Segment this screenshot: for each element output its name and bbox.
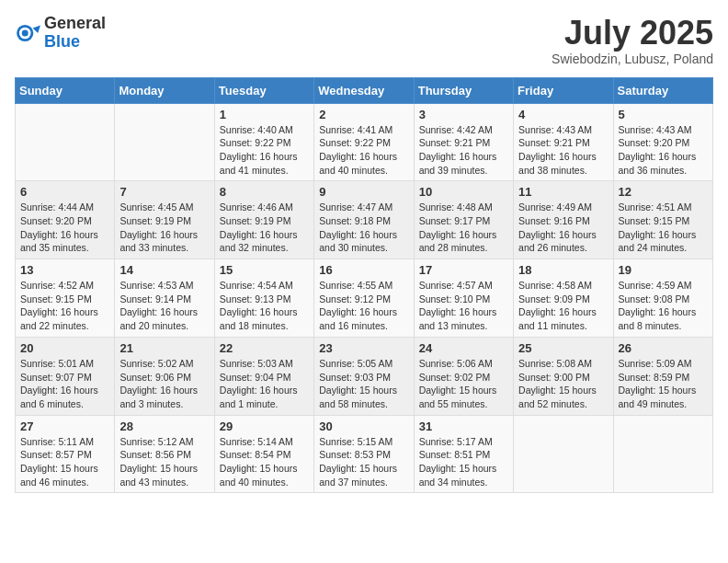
day-number: 31 [419,419,508,433]
day-info: Sunrise: 4:48 AM Sunset: 9:17 PM Dayligh… [419,201,508,255]
day-number: 4 [518,108,608,121]
calendar-cell: 1Sunrise: 4:40 AM Sunset: 9:22 PM Daylig… [214,103,313,181]
day-info: Sunrise: 4:52 AM Sunset: 9:15 PM Dayligh… [20,279,109,333]
day-info: Sunrise: 4:59 AM Sunset: 9:08 PM Dayligh… [619,279,708,333]
logo-general-text: General [44,15,106,33]
day-info: Sunrise: 4:51 AM Sunset: 9:15 PM Dayligh… [619,201,708,255]
day-number: 28 [119,419,209,433]
day-number: 24 [419,341,508,355]
calendar-cell: 8Sunrise: 4:46 AM Sunset: 9:19 PM Daylig… [214,181,313,259]
day-number: 16 [319,263,408,277]
day-info: Sunrise: 4:55 AM Sunset: 9:12 PM Dayligh… [319,279,408,333]
day-number: 27 [20,419,109,433]
day-number: 18 [518,263,608,277]
weekday-header-wednesday: Wednesday [314,77,414,103]
day-number: 30 [319,419,408,433]
calendar-cell: 4Sunrise: 4:43 AM Sunset: 9:21 PM Daylig… [514,103,613,181]
day-number: 12 [619,185,708,199]
day-info: Sunrise: 4:40 AM Sunset: 9:22 PM Dayligh… [220,123,309,178]
calendar-cell: 6Sunrise: 4:44 AM Sunset: 9:20 PM Daylig… [16,181,115,259]
day-info: Sunrise: 4:54 AM Sunset: 9:13 PM Dayligh… [220,279,309,333]
weekday-header-friday: Friday [514,77,613,103]
day-number: 1 [220,108,309,121]
day-info: Sunrise: 4:45 AM Sunset: 9:19 PM Dayligh… [119,201,209,255]
calendar-cell: 24Sunrise: 5:06 AM Sunset: 9:02 PM Dayli… [414,337,513,415]
day-number: 5 [619,108,708,121]
day-number: 15 [220,263,309,277]
day-number: 2 [319,108,408,121]
day-info: Sunrise: 4:43 AM Sunset: 9:21 PM Dayligh… [518,123,608,178]
day-info: Sunrise: 5:03 AM Sunset: 9:04 PM Dayligh… [220,357,309,411]
logo-blue-text: Blue [44,33,106,52]
day-number: 19 [619,263,708,277]
day-info: Sunrise: 4:53 AM Sunset: 9:14 PM Dayligh… [119,279,209,333]
weekday-header-row: SundayMondayTuesdayWednesdayThursdayFrid… [16,77,713,103]
calendar-cell: 30Sunrise: 5:15 AM Sunset: 8:53 PM Dayli… [314,415,414,493]
calendar-cell: 11Sunrise: 4:49 AM Sunset: 9:16 PM Dayli… [514,181,613,259]
calendar-cell: 10Sunrise: 4:48 AM Sunset: 9:17 PM Dayli… [414,181,513,259]
calendar-week-5: 27Sunrise: 5:11 AM Sunset: 8:57 PM Dayli… [16,415,713,493]
weekday-header-saturday: Saturday [613,77,712,103]
svg-point-2 [22,29,28,36]
day-number: 11 [518,185,608,199]
day-info: Sunrise: 4:44 AM Sunset: 9:20 PM Dayligh… [20,201,109,255]
day-number: 7 [119,185,209,199]
day-number: 17 [419,263,508,277]
calendar-cell: 27Sunrise: 5:11 AM Sunset: 8:57 PM Dayli… [16,415,115,493]
calendar-week-2: 6Sunrise: 4:44 AM Sunset: 9:20 PM Daylig… [16,181,713,259]
calendar-cell: 2Sunrise: 4:41 AM Sunset: 9:22 PM Daylig… [314,103,414,181]
calendar-cell [16,103,115,181]
day-info: Sunrise: 4:46 AM Sunset: 9:19 PM Dayligh… [220,201,309,255]
calendar-cell [514,415,613,493]
logo-icon [15,20,40,46]
calendar-cell: 29Sunrise: 5:14 AM Sunset: 8:54 PM Dayli… [214,415,313,493]
calendar-cell: 13Sunrise: 4:52 AM Sunset: 9:15 PM Dayli… [16,259,115,338]
day-info: Sunrise: 4:42 AM Sunset: 9:21 PM Dayligh… [419,123,508,178]
calendar-cell: 5Sunrise: 4:43 AM Sunset: 9:20 PM Daylig… [613,103,712,181]
day-info: Sunrise: 4:57 AM Sunset: 9:10 PM Dayligh… [419,279,508,333]
calendar-cell: 16Sunrise: 4:55 AM Sunset: 9:12 PM Dayli… [314,259,414,338]
day-number: 21 [119,341,209,355]
day-number: 20 [20,341,109,355]
day-number: 23 [319,341,408,355]
calendar-table: SundayMondayTuesdayWednesdayThursdayFrid… [15,77,713,494]
calendar-cell [613,415,712,493]
calendar-cell: 18Sunrise: 4:58 AM Sunset: 9:09 PM Dayli… [514,259,613,338]
day-number: 8 [220,185,309,199]
day-info: Sunrise: 4:43 AM Sunset: 9:20 PM Dayligh… [619,123,708,178]
day-info: Sunrise: 5:14 AM Sunset: 8:54 PM Dayligh… [220,435,309,489]
day-info: Sunrise: 4:47 AM Sunset: 9:18 PM Dayligh… [319,201,408,255]
page-header: General Blue July 2025 Swiebodzin, Lubus… [15,15,713,66]
calendar-week-4: 20Sunrise: 5:01 AM Sunset: 9:07 PM Dayli… [16,337,713,415]
day-info: Sunrise: 5:02 AM Sunset: 9:06 PM Dayligh… [119,357,209,411]
day-number: 25 [518,341,608,355]
day-info: Sunrise: 5:12 AM Sunset: 8:56 PM Dayligh… [119,435,209,489]
calendar-cell: 12Sunrise: 4:51 AM Sunset: 9:15 PM Dayli… [613,181,712,259]
day-number: 22 [220,341,309,355]
weekday-header-thursday: Thursday [414,77,513,103]
calendar-cell: 21Sunrise: 5:02 AM Sunset: 9:06 PM Dayli… [115,337,214,415]
day-info: Sunrise: 5:01 AM Sunset: 9:07 PM Dayligh… [20,357,109,411]
day-number: 6 [20,185,109,199]
day-info: Sunrise: 5:06 AM Sunset: 9:02 PM Dayligh… [419,357,508,411]
calendar-cell: 9Sunrise: 4:47 AM Sunset: 9:18 PM Daylig… [314,181,414,259]
day-info: Sunrise: 5:05 AM Sunset: 9:03 PM Dayligh… [319,357,408,411]
calendar-cell: 17Sunrise: 4:57 AM Sunset: 9:10 PM Dayli… [414,259,513,338]
calendar-cell: 25Sunrise: 5:08 AM Sunset: 9:00 PM Dayli… [514,337,613,415]
title-block: July 2025 Swiebodzin, Lubusz, Poland [552,15,713,66]
weekday-header-monday: Monday [115,77,214,103]
calendar-cell: 28Sunrise: 5:12 AM Sunset: 8:56 PM Dayli… [115,415,214,493]
calendar-cell: 20Sunrise: 5:01 AM Sunset: 9:07 PM Dayli… [16,337,115,415]
day-number: 9 [319,185,408,199]
day-number: 14 [119,263,209,277]
day-info: Sunrise: 4:49 AM Sunset: 9:16 PM Dayligh… [518,201,608,255]
calendar-cell: 26Sunrise: 5:09 AM Sunset: 8:59 PM Dayli… [613,337,712,415]
calendar-cell: 22Sunrise: 5:03 AM Sunset: 9:04 PM Dayli… [214,337,313,415]
day-info: Sunrise: 5:09 AM Sunset: 8:59 PM Dayligh… [619,357,708,411]
calendar-week-3: 13Sunrise: 4:52 AM Sunset: 9:15 PM Dayli… [16,259,713,338]
day-number: 29 [220,419,309,433]
weekday-header-sunday: Sunday [16,77,115,103]
calendar-cell [115,103,214,181]
weekday-header-tuesday: Tuesday [214,77,313,103]
calendar-week-1: 1Sunrise: 4:40 AM Sunset: 9:22 PM Daylig… [16,103,713,181]
